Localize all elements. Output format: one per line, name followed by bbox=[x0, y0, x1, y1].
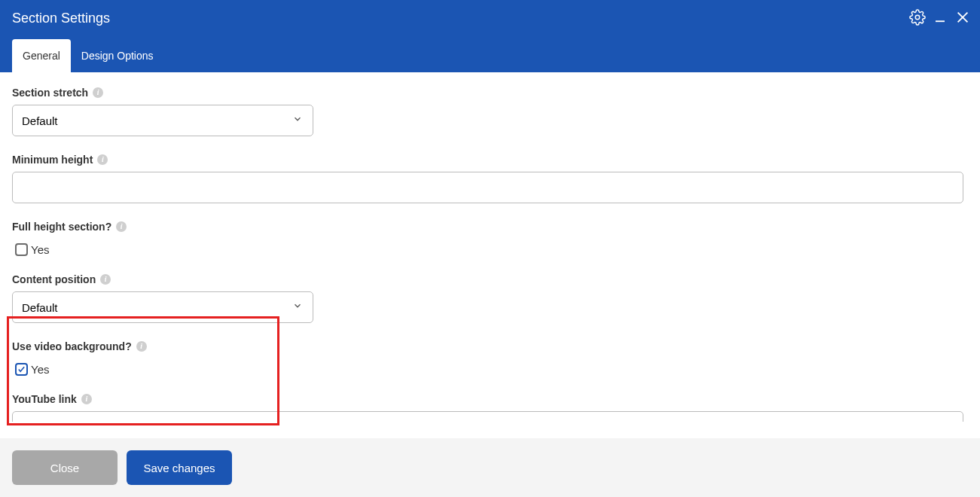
header-actions bbox=[909, 9, 971, 29]
modal-footer: Close Save changes bbox=[0, 438, 980, 497]
checkbox-label: Yes bbox=[31, 243, 49, 256]
info-icon[interactable]: i bbox=[100, 274, 111, 285]
field-use-video-bg: Use video background? i Yes bbox=[12, 340, 968, 376]
settings-icon[interactable] bbox=[909, 9, 926, 29]
info-icon[interactable]: i bbox=[97, 154, 108, 165]
modal-header: Section Settings General Design Options bbox=[0, 0, 980, 72]
modal-title: Section Settings bbox=[0, 0, 980, 26]
info-icon[interactable]: i bbox=[136, 341, 147, 352]
settings-form: Section stretch i Default Minimum height… bbox=[0, 72, 980, 422]
field-section-stretch: Section stretch i Default bbox=[12, 86, 968, 136]
save-changes-button[interactable]: Save changes bbox=[127, 450, 232, 485]
tab-general[interactable]: General bbox=[12, 39, 71, 72]
label-section-stretch: Section stretch bbox=[12, 87, 88, 99]
use-video-bg-checkbox[interactable] bbox=[15, 363, 28, 376]
tabs: General Design Options bbox=[12, 39, 164, 72]
field-content-position: Content position i Default bbox=[12, 273, 968, 323]
field-full-height: Full height section? i Yes bbox=[12, 220, 968, 256]
label-minimum-height: Minimum height bbox=[12, 154, 93, 166]
field-minimum-height: Minimum height i bbox=[12, 153, 968, 203]
minimum-height-input[interactable] bbox=[12, 172, 963, 203]
full-height-checkbox[interactable] bbox=[15, 243, 28, 256]
close-button[interactable]: Close bbox=[12, 450, 118, 485]
info-icon[interactable]: i bbox=[116, 221, 127, 232]
close-icon[interactable] bbox=[954, 9, 971, 29]
info-icon[interactable]: i bbox=[81, 394, 92, 404]
checkbox-label: Yes bbox=[31, 363, 49, 376]
section-stretch-select[interactable]: Default bbox=[12, 105, 313, 136]
tab-design-options[interactable]: Design Options bbox=[71, 39, 164, 72]
label-content-position: Content position bbox=[12, 273, 96, 285]
youtube-link-input[interactable] bbox=[12, 411, 963, 422]
info-icon[interactable]: i bbox=[93, 87, 103, 98]
content-position-select[interactable]: Default bbox=[12, 291, 313, 323]
label-use-video-bg: Use video background? bbox=[12, 340, 132, 352]
minimize-icon[interactable] bbox=[933, 11, 947, 27]
label-youtube-link: YouTube link bbox=[12, 393, 77, 405]
label-full-height: Full height section? bbox=[12, 221, 111, 233]
field-youtube-link: YouTube link i bbox=[12, 392, 968, 422]
svg-point-0 bbox=[915, 15, 920, 20]
